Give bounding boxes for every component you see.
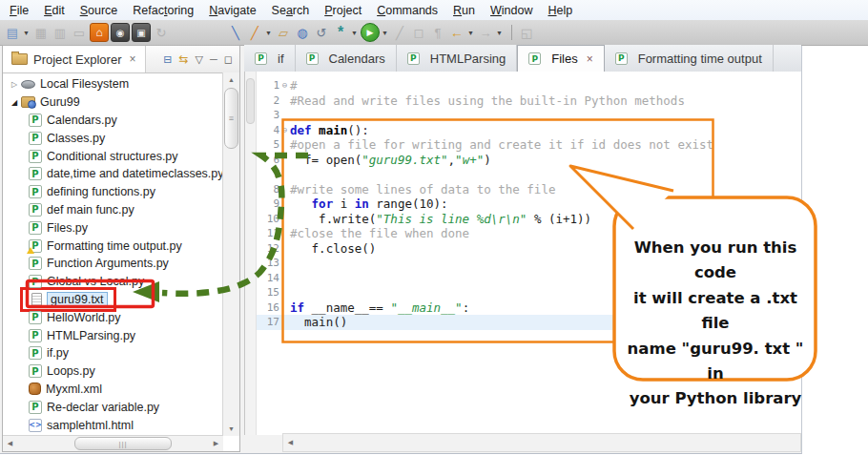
editor-tab-if[interactable]: Pif — [244, 45, 296, 72]
menu-navigate[interactable]: Navigate — [201, 2, 263, 19]
tree-item-label: Classes.py — [47, 132, 105, 145]
menu-refactoring[interactable]: Refactoring — [125, 2, 201, 19]
editor-annotation-ruler[interactable] — [245, 72, 257, 435]
code-line-6: 6 f= open("guru99.txt","w+") — [257, 153, 801, 168]
tree-item-htmlparsing-py[interactable]: PHTMLParsing.py — [3, 326, 223, 344]
toolbar-web-browser-button[interactable]: ◍ — [294, 24, 311, 41]
menu-file[interactable]: File — [2, 2, 36, 19]
scroll-left-icon[interactable]: ◀ — [283, 439, 298, 446]
toolbar-console-button[interactable]: ▣ — [132, 23, 151, 42]
toolbar-run-button[interactable]: ▶ — [361, 23, 380, 42]
toolbar-annotation-button[interactable]: ╲ — [227, 24, 244, 41]
tab-close-icon[interactable]: × — [587, 52, 593, 66]
tree-item-classes-py[interactable]: PClasses.py — [3, 129, 223, 147]
menu-source[interactable]: Source — [72, 2, 126, 19]
toolbar-brush-button[interactable]: ╱ — [246, 24, 263, 41]
python-file-icon: P — [29, 221, 42, 235]
editor-tab-htmlparsing[interactable]: PHTMLParsing — [397, 45, 517, 72]
menu-edit[interactable]: Edit — [36, 2, 72, 19]
editor-tab-calendars[interactable]: PCalendars — [296, 45, 397, 72]
tree-item-conditional-structures-py[interactable]: PConditional structures.py — [3, 147, 223, 165]
tree-item-if-py[interactable]: Pif.py — [3, 344, 223, 362]
toolbar-run-dropdown-icon[interactable]: ▼ — [381, 30, 389, 36]
toolbar-back-button[interactable]: ← — [448, 24, 465, 41]
fold-icon[interactable]: ⊖ — [279, 78, 290, 93]
toolbar-home-button[interactable]: ⌂ — [90, 23, 109, 42]
toolbar-sync-button[interactable]: ↺ — [313, 24, 330, 41]
tree-item-label: def main func.py — [47, 203, 134, 217]
tree-item-myxml-xml[interactable]: Myxml.xml — [3, 381, 223, 399]
toolbar-brush-dropdown-icon[interactable]: ▼ — [264, 30, 273, 36]
toolbar-screenshot-button[interactable]: ◉ — [111, 23, 130, 42]
view-menu-icon[interactable]: ▽ — [196, 54, 203, 65]
tree-item-date-time-and-datetimeclasses-py[interactable]: Pdate,time and datetimeclasses.py — [3, 165, 223, 183]
toolbar-debug-dropdown-icon[interactable]: ▼ — [350, 30, 359, 36]
python-file-icon: P — [29, 185, 42, 198]
scroll-left-icon[interactable]: ◀ — [3, 440, 17, 447]
tree-item-samplehtml-html[interactable]: <>samplehtml.html — [3, 416, 223, 434]
tree-item-label: HTMLParsing.py — [47, 329, 135, 342]
sidebar-horizontal-scrollbar[interactable]: ◀ ||| ▶ — [3, 435, 223, 451]
sidebar-hscroll-thumb[interactable]: ||| — [74, 437, 172, 450]
expanded-expander-icon[interactable]: ◢ — [8, 98, 21, 107]
scroll-right-icon[interactable]: ▶ — [209, 440, 223, 447]
tree-item-re-declar-variable-py[interactable]: PRe-declar variable.py — [3, 398, 223, 416]
tree-item-guru99[interactable]: ◢Guru99 — [3, 93, 223, 112]
ide-window: FileEditSourceRefactoringNavigateSearchP… — [0, 0, 868, 455]
toolbar-new-dropdown-icon[interactable]: ▼ — [22, 30, 31, 36]
toolbar-forward-dropdown-icon[interactable]: ▼ — [495, 30, 504, 36]
tree-item-defining-functions-py[interactable]: Pdefining functions.py — [3, 183, 223, 201]
maximize-icon[interactable]: ◻ — [224, 54, 233, 65]
close-icon[interactable]: × — [129, 52, 135, 66]
tree-item-files-py[interactable]: PFiles.py — [3, 218, 223, 237]
sidebar-vscroll-thumb[interactable]: ≡ — [224, 88, 238, 149]
tree-item-function-arguments-py[interactable]: PFunction Arguments.py — [3, 255, 223, 273]
python-file-icon: P — [29, 114, 42, 127]
collapsed-expander-icon[interactable]: ▷ — [8, 80, 21, 89]
scroll-up-icon[interactable]: ▲ — [223, 72, 239, 87]
ruler-thumb[interactable] — [246, 78, 255, 124]
link-with-editor-icon[interactable]: ⇆ — [179, 53, 189, 65]
menu-window[interactable]: Window — [483, 2, 540, 19]
python-file-icon: P — [29, 275, 42, 288]
python-file-icon: P — [255, 52, 267, 65]
tree-item-label: Calendars.py — [47, 114, 117, 127]
project-explorer-header: Project Explorer × ⊟⇆▽─◻ — [3, 46, 239, 73]
python-file-icon: P — [29, 150, 42, 163]
toolbar: ▤▼▦▥▭⌂◉▣↻╲╱▼▱◍↺*▼▶▼╱◻¶←▼→▼◱ — [0, 20, 868, 46]
minimize-icon[interactable]: ─ — [210, 54, 217, 65]
tree-item-label: samplehtml.html — [47, 419, 134, 432]
sidebar-vertical-scrollbar[interactable]: ▲ ≡ ▼ — [222, 72, 239, 436]
tree-item-helloworld-py[interactable]: PHelloWorld.py — [3, 308, 223, 326]
tree-item-formatting-time-output-py[interactable]: PFormatting time output.py — [3, 237, 223, 255]
collapse-all-icon[interactable]: ⊟ — [163, 54, 172, 65]
menu-project[interactable]: Project — [317, 2, 369, 19]
tree-item-loops-py[interactable]: PLoops.py — [3, 362, 223, 381]
fold-icon[interactable]: ⊖ — [279, 123, 290, 138]
callout-line: your Python library — [622, 386, 809, 411]
editor-tab-formatting-time-output[interactable]: PFormatting time output — [605, 45, 774, 72]
tree-item-guru99-txt[interactable]: guru99.txt — [3, 291, 223, 309]
python-file-icon: P — [29, 364, 42, 378]
editor-horizontal-scrollbar[interactable]: ◀ — [282, 433, 801, 452]
code-line-7: 7 — [257, 167, 801, 182]
menu-help[interactable]: Help — [541, 2, 581, 19]
menu-run[interactable]: Run — [445, 2, 483, 19]
scroll-down-icon[interactable]: ▼ — [223, 422, 239, 436]
textfile-file-icon — [31, 293, 42, 306]
toolbar-open-wizard-button[interactable]: ▱ — [275, 24, 292, 41]
toolbar-show-whitespace-button: ¶ — [429, 24, 446, 41]
project-explorer-tab[interactable]: Project Explorer × — [3, 46, 146, 72]
tree-item-calendars-py[interactable]: PCalendars.py — [3, 112, 223, 130]
toolbar-debug-button[interactable]: * — [332, 24, 349, 41]
code-line-3: 3 — [257, 108, 801, 123]
toolbar-back-dropdown-icon[interactable]: ▼ — [466, 30, 475, 36]
tree-item-label: Files.py — [47, 221, 88, 235]
toolbar-new-button[interactable]: ▤ — [4, 24, 21, 41]
tree-item-def-main-func-py[interactable]: Pdef main func.py — [3, 201, 223, 219]
tree-item-local-filesystem[interactable]: ▷Local Filesystem — [3, 75, 223, 93]
editor-tab-files[interactable]: PFiles× — [517, 45, 604, 72]
menu-commands[interactable]: Commands — [369, 2, 445, 19]
menu-search[interactable]: Search — [264, 2, 318, 19]
code-line-10: 10 f.write("This is line %d\r\n" % (i+1)… — [257, 212, 801, 227]
